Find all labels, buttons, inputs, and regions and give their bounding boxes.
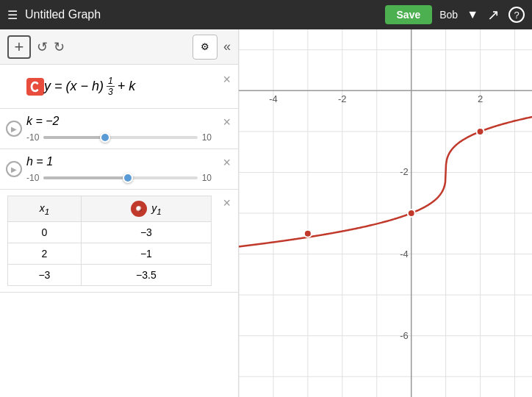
slider-k-card: ▶ k = −2 -10 10 × [0, 109, 238, 149]
table-row: −3 −3.5 [8, 265, 212, 286]
table-cell-x[interactable]: 2 [8, 243, 82, 265]
user-section: Bob ▼ ↗ ? [439, 6, 525, 24]
table-cell-y[interactable]: −3.5 [81, 265, 211, 286]
slider-h-row: -10 10 [26, 173, 212, 183]
expression-card-1: y = (x − h) 1 3 + k × [0, 65, 238, 109]
app-title: Untitled Graph [25, 8, 378, 21]
table-row: 2 −1 [8, 243, 212, 265]
add-expression-button[interactable]: + [7, 35, 31, 59]
settings-button[interactable]: ⚙ [193, 35, 218, 60]
help-icon[interactable]: ? [508, 7, 525, 23]
slider-k-track[interactable] [43, 136, 197, 139]
table-dot-icon [131, 201, 147, 217]
hamburger-icon[interactable]: ☰ [7, 8, 18, 22]
table-row: 0 −3 [8, 222, 212, 243]
slider-k-thumb[interactable] [100, 132, 110, 143]
slider-h-thumb[interactable] [123, 173, 133, 183]
slider-h-card: ▶ h = 1 -10 10 × [0, 149, 238, 190]
header: ☰ Untitled Graph Save Bob ▼ ↗ ? [0, 0, 532, 29]
undo-button[interactable]: ↺ [37, 39, 48, 55]
data-table-card: x1 y1 0 −3 2 −1 [0, 190, 238, 293]
close-slider-k-button[interactable]: × [223, 115, 231, 130]
slider-k-min: -10 [26, 132, 39, 143]
user-dropdown-icon[interactable]: ▼ [467, 8, 478, 21]
equation-display[interactable]: y = (x − h) 1 3 + k [44, 76, 135, 98]
desmos-logo [26, 78, 44, 96]
table-cell-y[interactable]: −3 [81, 222, 211, 243]
close-slider-h-button[interactable]: × [223, 155, 231, 171]
slider-h-max: 10 [202, 173, 212, 183]
slider-k-row: -10 10 [26, 132, 212, 143]
expression-toolbar: + ↺ ↻ ⚙ « [0, 29, 238, 65]
table-cell-y[interactable]: −1 [81, 243, 211, 265]
close-expression-1-button[interactable]: × [223, 72, 231, 87]
graph-canvas[interactable] [239, 29, 532, 397]
slider-h-label: h = 1 [26, 155, 212, 168]
play-slider-k-button[interactable]: ▶ [6, 121, 22, 137]
redo-button[interactable]: ↻ [54, 39, 65, 55]
table-col-x-header: x1 [8, 196, 82, 222]
play-slider-h-button[interactable]: ▶ [6, 161, 22, 177]
data-table: x1 y1 0 −3 2 −1 [7, 196, 212, 286]
table-col-y-header: y1 [81, 196, 211, 222]
slider-h-track[interactable] [43, 176, 197, 179]
collapse-panel-button[interactable]: « [223, 39, 231, 54]
slider-k-label: k = −2 [26, 115, 212, 128]
graph-area[interactable] [239, 29, 532, 397]
slider-k-max: 10 [202, 132, 212, 143]
slider-h-min: -10 [26, 173, 39, 183]
user-name: Bob [439, 9, 458, 21]
main: + ↺ ↻ ⚙ « y = (x − h) 1 3 + k [0, 29, 532, 397]
sidebar: + ↺ ↻ ⚙ « y = (x − h) 1 3 + k [0, 29, 239, 397]
close-table-button[interactable]: × [223, 196, 231, 211]
share-icon[interactable]: ↗ [487, 6, 500, 24]
save-button[interactable]: Save [385, 5, 433, 24]
table-cell-x[interactable]: 0 [8, 222, 82, 243]
table-cell-x[interactable]: −3 [8, 265, 82, 286]
